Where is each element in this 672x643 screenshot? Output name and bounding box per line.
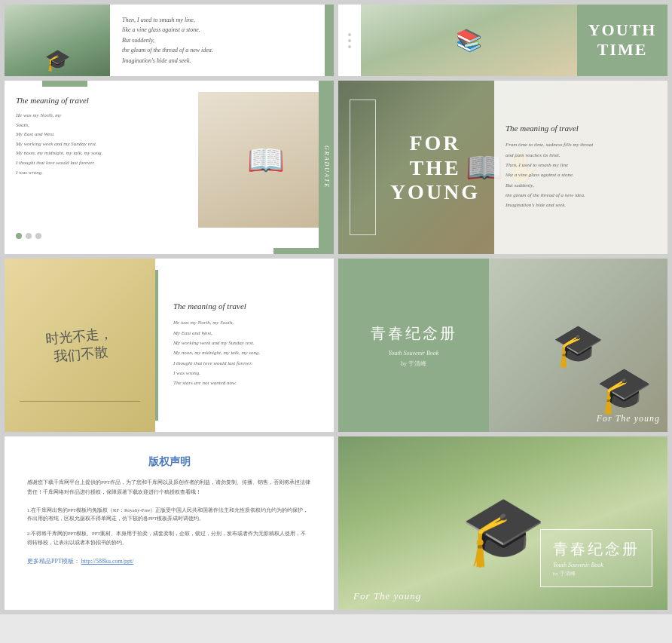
slide1-poem-5: Imagination's hide and seek. <box>122 56 313 66</box>
slide1-poem-3: But suddenly, <box>122 35 313 46</box>
copyright-link[interactable]: 更多精品PPT模板： http://588ku.com/ppt/ <box>27 557 311 565</box>
slide-5: 时光不走， 我们不散 The meaning of travel He was … <box>5 259 334 432</box>
slide2-dots-left <box>338 5 361 76</box>
slide5-title: The meaning of travel <box>173 302 319 311</box>
slide-8: 🎓 青春纪念册 Youth Souvenir Book by 于清峰 For T… <box>338 436 667 610</box>
slide-4: 📖✋ FOR THE YOUNG The meaning of travel F… <box>338 81 667 254</box>
slide-7: 版权声明 感谢您下载千库网平台上提供的PPT作品，为了您和千库网以及原创作者的利… <box>5 436 334 610</box>
slide3-side-text: GRADUATE <box>319 81 334 254</box>
slide-1: Then, I used to smash my line, like a vi… <box>5 5 334 76</box>
slide4-content: FOR THE YOUNG The meaning of travel From… <box>338 81 667 254</box>
link-label: 更多精品PPT模板： <box>27 558 80 565</box>
grad-figure <box>5 5 110 76</box>
dot-gray-2 <box>35 233 41 239</box>
slide8-cap-emoji: 🎓 <box>461 491 545 571</box>
slide8-bottom-slogan: For The young <box>353 590 421 602</box>
dot-3 <box>348 45 351 48</box>
slide5-right-content: The meaning of travel He was my North, m… <box>158 259 334 432</box>
copyright-para1: 感谢您下载千库网平台上提供的PPT作品，为了您和千库网以及原创作者的利益，请勿复… <box>27 478 311 498</box>
copyright-item1: 1.在千库网出售的PPT模板均免版权（RF：Royalty-Free）正版受中国… <box>27 506 311 523</box>
slide8-chinese-title: 青春纪念册 <box>553 539 640 559</box>
slide3-top-bar <box>42 81 87 87</box>
slide8-overlay-box: 青春纪念册 Youth Souvenir Book by 于清峰 <box>540 529 652 587</box>
copyright-title: 版权声明 <box>27 455 311 469</box>
slide6-left-green: 青春纪念册 Youth Souvenir Book by 于清峰 <box>338 259 489 432</box>
the-text: THE <box>409 156 460 180</box>
slide6-bottom-text: For The young <box>597 413 660 424</box>
slide3-bottom-bar <box>273 248 319 254</box>
slide4-title: The meaning of travel <box>506 124 656 133</box>
slide2-img-inner: 📚 <box>361 5 577 76</box>
slide3-right-img: GRADUATE <box>198 81 334 254</box>
main-grid: Then, I used to smash my line, like a vi… <box>0 0 672 614</box>
slide5-left-img: 时光不走， 我们不散 <box>5 259 155 432</box>
slide8-sub-title: Youth Souvenir Book <box>553 562 640 568</box>
slide6-cap-img: 🎓 <box>489 259 667 432</box>
slide3-bottom-dots <box>16 233 187 239</box>
slide1-content: Then, I used to smash my line, like a vi… <box>110 5 325 76</box>
slide1-poem-4: the gleam of the thread of a new idea. <box>122 45 313 56</box>
dot-2 <box>348 39 351 42</box>
slide6-author: by 于清峰 <box>401 360 426 368</box>
time-title: TIME <box>597 40 648 60</box>
slide2-title-box: YOUTH TIME <box>577 5 667 76</box>
brush-line <box>20 401 140 402</box>
slide4-center-text: FOR THE YOUNG <box>376 81 494 254</box>
slide3-title: The meaning of travel He was my North, m… <box>16 96 187 177</box>
slide-2: 📚 YOUTH TIME <box>338 5 667 76</box>
slide6-right-img: 🎓 <box>489 259 667 432</box>
for-text: FOR <box>409 130 460 156</box>
slide5-body: He was my North, my South, My East and W… <box>173 318 319 388</box>
slide1-poem: Then, I used to smash my line, <box>122 15 313 26</box>
slide1-poem-2: like a vine glass against a stone. <box>122 25 313 35</box>
slide4-left-border <box>350 100 376 235</box>
slide1-photo <box>5 5 110 76</box>
slide8-author: by 于清峰 <box>553 570 640 577</box>
slide3-notebook-img <box>198 92 334 228</box>
dot-green <box>16 233 22 239</box>
slide1-accent-bar <box>325 5 334 76</box>
slide-6: 青春纪念册 Youth Souvenir Book by 于清峰 🎓 For T… <box>338 259 667 432</box>
link-url[interactable]: http://588ku.com/ppt/ <box>81 558 134 565</box>
slide6-chinese-title: 青春纪念册 <box>371 323 457 344</box>
slide3-inner: The meaning of travel He was my North, m… <box>5 81 334 254</box>
young-text: YOUNG <box>390 180 480 204</box>
dot-gray-1 <box>26 233 32 239</box>
dot-1 <box>348 33 351 36</box>
slide-3: The meaning of travel He was my North, m… <box>5 81 334 254</box>
youth-title: YOUTH <box>588 21 657 39</box>
slide2-photo: 📚 <box>361 5 577 76</box>
copyright-item2: 2.不得将千库网的PPT模板、PPT案材、本身用于拍卖，成套卖制，企鼓，锁过，分… <box>27 529 311 547</box>
slide5-calligraphy: 时光不走， 我们不散 <box>44 324 115 366</box>
slide6-sub-title: Youth Souvenir Book <box>389 350 439 357</box>
slide3-left: The meaning of travel He was my North, m… <box>5 81 198 254</box>
slide4-right-section: The meaning of travel From time to time,… <box>494 81 667 254</box>
slide4-body: From time to time, sadness fills my thro… <box>506 140 656 210</box>
